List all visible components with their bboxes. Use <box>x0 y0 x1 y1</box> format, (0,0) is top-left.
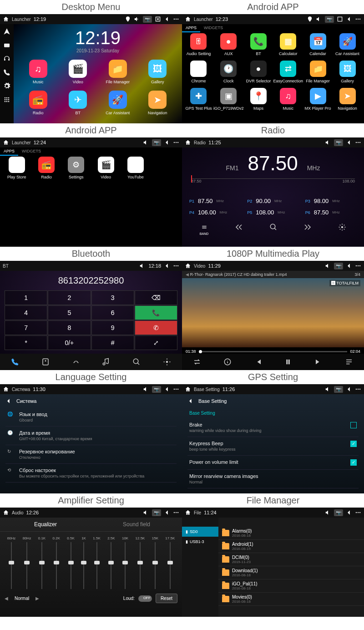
key-9[interactable]: 9 <box>91 320 134 335</box>
setting-item[interactable]: Brakewarning while video show during dri… <box>187 418 359 437</box>
app-navigation[interactable]: ➤Navigation <box>138 91 178 122</box>
volume-icon[interactable] <box>143 139 149 146</box>
menu-icon[interactable] <box>355 386 361 392</box>
eq-slider-0.5K[interactable]: 0.5K <box>67 536 74 589</box>
volume-icon[interactable] <box>325 509 331 516</box>
app-bt[interactable]: ✈BT <box>58 91 98 122</box>
app-file-manager[interactable]: 📁File Manager <box>303 61 333 88</box>
hangup-button[interactable]: ✆ <box>135 320 177 335</box>
key-8[interactable]: 8 <box>48 320 91 335</box>
prev-icon[interactable] <box>254 358 262 366</box>
home-icon[interactable] <box>185 509 191 516</box>
video-frame[interactable] <box>182 278 364 347</box>
app-mx-player-pro[interactable]: ▶MX Player Pro <box>303 88 333 115</box>
app-navigation[interactable]: ➤Navigation <box>333 88 362 115</box>
headphone-icon[interactable] <box>3 55 10 62</box>
app-radio[interactable]: 📻Radio <box>18 91 58 122</box>
app-calculator[interactable]: ▦Calculator <box>273 33 303 61</box>
key-3[interactable]: 3 <box>91 290 134 305</box>
repeat-icon[interactable] <box>193 358 201 366</box>
app-maps[interactable]: 📍Maps <box>244 88 273 115</box>
close-app-icon[interactable] <box>155 16 161 22</box>
key-x[interactable]: # <box>91 335 134 350</box>
key-5[interactable]: 5 <box>48 305 91 320</box>
home-icon[interactable] <box>185 263 191 269</box>
volume-icon[interactable] <box>139 263 146 269</box>
key-6[interactable]: 6 <box>91 305 134 320</box>
gear-icon[interactable] <box>3 82 10 90</box>
home-icon[interactable] <box>185 386 191 392</box>
preset-p6[interactable]: P687.50MHz <box>303 207 359 218</box>
camera-icon[interactable]: 📷 <box>334 139 343 146</box>
back-icon[interactable] <box>164 139 170 146</box>
back-icon[interactable] <box>164 16 170 22</box>
key-7[interactable]: 7 <box>5 320 47 335</box>
volume-icon[interactable] <box>325 139 331 146</box>
folder-item[interactable]: Alarms(0)2016-08-18 <box>218 527 364 540</box>
app-radio[interactable]: 📻Radio <box>31 157 61 187</box>
pause-icon[interactable] <box>284 358 292 366</box>
search-icon[interactable] <box>132 358 141 366</box>
call-button[interactable]: 📞 <box>135 305 177 320</box>
band-button[interactable]: BAND <box>200 223 208 235</box>
app-file-manager[interactable]: 📁File Manager <box>98 60 138 91</box>
key-x[interactable]: * <box>5 335 47 350</box>
volume-icon[interactable] <box>316 16 322 22</box>
eq-slider-80Hz[interactable]: 80Hz <box>23 536 31 589</box>
music-icon[interactable] <box>102 358 110 366</box>
app-gallery[interactable]: 🖼Gallery <box>138 60 178 91</box>
folder-item[interactable]: Download(1)2016-08-18 <box>218 566 364 579</box>
preset-p5[interactable]: P5108.00MHz <box>244 207 301 218</box>
menu-icon[interactable] <box>173 139 179 146</box>
gear-icon[interactable] <box>338 223 346 231</box>
home-icon[interactable] <box>185 139 191 146</box>
preset-p3[interactable]: P398.00MHz <box>303 196 359 206</box>
back-arrow-icon[interactable] <box>5 398 12 404</box>
folder-item[interactable]: Movies(0)2016-08-18 <box>218 593 364 606</box>
preset-p4[interactable]: P4106.00MHz <box>187 207 243 218</box>
menu-icon[interactable] <box>173 16 179 22</box>
folder-item[interactable]: DCIM(0)2019-11-23 <box>218 553 364 566</box>
camera-icon[interactable]: 📷 <box>334 263 343 269</box>
eq-slider-60Hz[interactable]: 60Hz <box>7 536 16 589</box>
app-audio-setting[interactable]: 🎚Audio Setting <box>184 33 213 61</box>
camera-icon[interactable]: 📷 <box>152 139 161 146</box>
backspace-key[interactable]: ⌫ <box>135 290 177 305</box>
home-icon[interactable] <box>3 16 9 22</box>
eq-slider-0.1K[interactable]: 0.1K <box>38 536 46 589</box>
search-icon[interactable] <box>269 223 278 231</box>
menu-icon[interactable] <box>355 139 361 146</box>
eq-slider-10K[interactable]: 10K <box>122 536 128 589</box>
eq-slider-1K[interactable]: 1K <box>81 536 86 589</box>
seek-forward-icon[interactable] <box>303 223 312 231</box>
setting-item[interactable]: 🌐Язык и вводGboard <box>5 408 177 427</box>
tab-widgets[interactable]: WIDGETS <box>18 147 45 156</box>
volume-icon[interactable] <box>143 386 149 392</box>
back-icon[interactable] <box>346 263 352 269</box>
progress-bar[interactable]: 01:38 02:04 <box>182 349 364 354</box>
tab-apps[interactable]: APPS <box>0 147 18 156</box>
preset-selector[interactable]: ◀Normal▶ <box>5 596 39 601</box>
preset-p1[interactable]: P187.50MHz <box>187 196 243 206</box>
back-icon[interactable] <box>346 386 352 392</box>
camera-icon[interactable]: 📷 <box>152 386 161 393</box>
eq-slider-12.5K[interactable]: 12.5K <box>136 536 145 589</box>
app-easyconnection[interactable]: ⇄EasyConnection <box>273 61 303 88</box>
apps-icon[interactable] <box>3 96 10 103</box>
back-icon[interactable] <box>164 386 170 392</box>
gear-icon[interactable] <box>163 358 171 366</box>
checkbox[interactable] <box>350 422 357 428</box>
app-video[interactable]: 🎬Video <box>58 60 98 91</box>
eq-slider-2.5K[interactable]: 2.5K <box>107 536 115 589</box>
key-2[interactable]: 2 <box>48 290 91 305</box>
volume-icon[interactable] <box>143 509 149 516</box>
tab-apps[interactable]: APPS <box>182 24 200 32</box>
setting-item[interactable]: Mirror rearview camera imagesNormal <box>187 470 359 488</box>
drive-usb1-3[interactable]: ▮ USB1-3 <box>182 537 218 547</box>
home-icon[interactable] <box>3 509 9 516</box>
key-4[interactable]: 4 <box>5 305 47 320</box>
app-dvr-selector[interactable]: ●DVR Selector <box>244 61 273 88</box>
checkbox[interactable] <box>350 459 357 466</box>
app-play-store[interactable]: ▶Play Store <box>2 157 31 187</box>
app-car-assistant[interactable]: 🚀Car Assistant <box>333 33 362 61</box>
